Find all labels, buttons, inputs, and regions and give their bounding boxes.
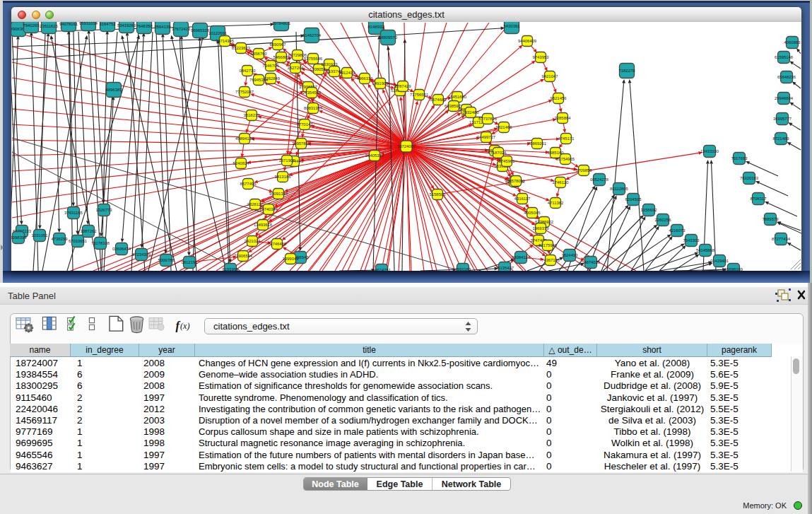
svg-text:1491905: 1491905	[372, 81, 389, 86]
svg-text:5240824: 5240824	[233, 161, 250, 165]
svg-text:87277434: 87277434	[772, 237, 791, 241]
svg-text:3285884: 3285884	[555, 116, 572, 120]
svg-text:7940265: 7940265	[23, 23, 40, 28]
svg-text:95931034: 95931034	[79, 22, 98, 25]
svg-text:7770143: 7770143	[297, 122, 314, 127]
svg-text:67010651: 67010651	[69, 239, 87, 243]
svg-text:6690967: 6690967	[270, 42, 286, 47]
svg-text:13493618: 13493618	[254, 223, 273, 227]
svg-text:18724007: 18724007	[397, 144, 416, 148]
svg-text:27354549: 27354549	[302, 90, 321, 95]
svg-text:6204505: 6204505	[625, 197, 642, 201]
svg-text:7889579: 7889579	[763, 217, 779, 221]
svg-text:01429401: 01429401	[710, 259, 729, 263]
svg-text:34874016: 34874016	[582, 260, 601, 264]
svg-text:1627204: 1627204	[288, 66, 305, 70]
svg-text:3387262: 3387262	[81, 229, 97, 233]
svg-text:00524278: 00524278	[590, 177, 609, 182]
svg-text:0564139: 0564139	[155, 25, 171, 29]
svg-text:81754965: 81754965	[556, 157, 575, 161]
svg-text:8677496: 8677496	[240, 182, 257, 186]
svg-text:69784801: 69784801	[272, 22, 290, 25]
svg-text:53755646: 53755646	[304, 57, 323, 61]
svg-text:7543303: 7543303	[683, 238, 700, 243]
svg-text:4711382: 4711382	[548, 201, 564, 205]
svg-text:0842710: 0842710	[240, 69, 257, 73]
svg-text:15451680: 15451680	[448, 95, 467, 99]
svg-text:7917693: 7917693	[731, 156, 748, 160]
svg-text:75869261: 75869261	[528, 141, 546, 146]
svg-text:80112805: 80112805	[610, 187, 628, 191]
svg-text:1031051: 1031051	[32, 233, 48, 238]
svg-text:96405377: 96405377	[365, 153, 384, 158]
svg-text:5098393: 5098393	[11, 235, 27, 240]
svg-text:9912419: 9912419	[339, 71, 355, 75]
svg-text:7648350: 7648350	[136, 24, 153, 28]
svg-text:28809570: 28809570	[379, 35, 398, 40]
svg-text:9743953: 9743953	[533, 55, 550, 59]
svg-text:9413186: 9413186	[275, 175, 292, 179]
svg-text:4060883: 4060883	[784, 40, 801, 45]
svg-text:96965328: 96965328	[191, 28, 210, 33]
svg-text:53419283: 53419283	[117, 23, 136, 28]
svg-text:76945314: 76945314	[249, 78, 269, 82]
svg-text:4966319: 4966319	[357, 76, 373, 81]
svg-text:61595148: 61595148	[775, 55, 794, 59]
svg-text:02606474: 02606474	[112, 247, 131, 251]
svg-text:8721489: 8721489	[773, 136, 789, 141]
svg-text:77752047: 77752047	[235, 90, 254, 94]
svg-text:71756551: 71756551	[410, 93, 428, 97]
svg-text:76320163: 76320163	[740, 176, 759, 180]
svg-text:04499727: 04499727	[477, 135, 495, 139]
svg-text:1326773: 1326773	[96, 208, 113, 212]
svg-text:2421024: 2421024	[245, 239, 261, 243]
svg-text:9421047: 9421047	[542, 74, 558, 78]
svg-text:1824493: 1824493	[562, 253, 579, 257]
svg-text:8148932: 8148932	[368, 25, 384, 29]
svg-text:94406409: 94406409	[518, 39, 536, 43]
svg-text:3158692: 3158692	[641, 208, 657, 212]
svg-text:7187026: 7187026	[490, 151, 507, 155]
svg-text:1969379: 1969379	[533, 226, 549, 230]
svg-text:2787429: 2787429	[395, 84, 411, 88]
svg-text:36995777: 36995777	[773, 117, 792, 121]
svg-text:3709859: 3709859	[576, 168, 592, 173]
svg-text:1745961: 1745961	[499, 159, 515, 163]
svg-text:5430391: 5430391	[504, 24, 520, 28]
svg-text:4005045: 4005045	[524, 211, 541, 215]
svg-text:71746488: 71746488	[268, 242, 287, 246]
svg-text:9521456: 9521456	[551, 96, 567, 100]
svg-text:6658760: 6658760	[251, 52, 268, 56]
svg-text:54145868: 54145868	[696, 248, 715, 252]
svg-text:7346706: 7346706	[263, 64, 280, 68]
svg-text:79740344: 79740344	[259, 207, 278, 211]
svg-text:81223623: 81223623	[232, 46, 251, 50]
svg-text:82175946: 82175946	[539, 243, 558, 247]
svg-text:4216073: 4216073	[669, 228, 686, 233]
svg-text:4738299: 4738299	[52, 237, 68, 241]
svg-text:2328120: 2328120	[247, 202, 264, 206]
svg-text:5158506: 5158506	[430, 192, 447, 197]
svg-text:37631165: 37631165	[64, 211, 83, 215]
svg-text:3164752: 3164752	[100, 22, 116, 26]
svg-text:4745171: 4745171	[558, 136, 575, 141]
svg-text:74367136: 74367136	[541, 258, 560, 262]
svg-text:94078161: 94078161	[59, 22, 78, 26]
svg-text:(x): (x)	[180, 321, 189, 331]
svg-text:10122691: 10122691	[208, 31, 227, 35]
svg-text:7182278: 7182278	[619, 69, 636, 73]
svg-text:37672423: 37672423	[172, 27, 191, 31]
svg-text:29946804: 29946804	[775, 96, 794, 100]
svg-text:1671902: 1671902	[279, 158, 295, 163]
svg-text:98084124: 98084124	[512, 255, 531, 259]
svg-text:2260256: 2260256	[655, 218, 672, 222]
svg-text:55698169: 55698169	[724, 267, 743, 271]
svg-text:5009788: 5009788	[158, 258, 175, 262]
svg-text:86578091: 86578091	[507, 179, 525, 183]
svg-text:5466889: 5466889	[273, 55, 290, 59]
svg-text:99091334: 99091334	[269, 192, 288, 196]
svg-text:4896383: 4896383	[106, 88, 123, 92]
svg-text:3518233: 3518233	[244, 113, 261, 117]
svg-text:13433200: 13433200	[700, 149, 719, 153]
svg-text:4316117: 4316117	[514, 197, 531, 201]
